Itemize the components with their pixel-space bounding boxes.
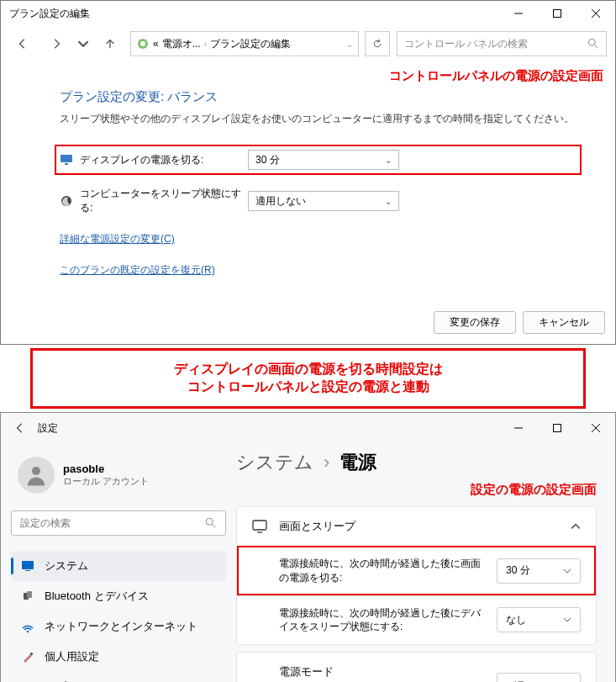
window-title: プラン設定の編集 xyxy=(9,7,499,21)
main-content: システム › 電源 設定の電源の設定画面 画面とスリープ 電源接続時に、次の時間… xyxy=(236,443,615,682)
svg-point-6 xyxy=(588,39,595,45)
sleep-row: コンピューターをスリープ状態にする: 適用しない ⌄ xyxy=(60,187,582,215)
page-heading: プラン設定の変更: バランス xyxy=(60,89,582,105)
forward-button[interactable] xyxy=(43,32,70,56)
back-button[interactable] xyxy=(9,32,36,56)
maximize-button[interactable] xyxy=(538,1,577,26)
sidebar-item-network[interactable]: ネットワークとインターネット xyxy=(11,611,226,642)
minimize-button[interactable] xyxy=(499,1,538,26)
svg-line-17 xyxy=(213,525,216,528)
titlebar: プラン設定の編集 xyxy=(1,1,615,26)
control-panel-window: プラン設定の編集 « 電源オ... › プラン設定の編集 ⌄ コントロール パネ… xyxy=(0,0,616,345)
screen-off-row: 電源接続時に、次の時間が経過した後に画面の電源を切る: 30 分 xyxy=(237,546,596,595)
cancel-button[interactable]: キャンセル xyxy=(523,311,605,334)
svg-point-15 xyxy=(32,467,40,475)
svg-rect-21 xyxy=(27,591,32,598)
personalize-icon xyxy=(21,650,34,663)
svg-point-16 xyxy=(206,518,213,525)
annotation-label: 設定の電源の設定画面 xyxy=(236,482,597,498)
svg-rect-19 xyxy=(25,570,30,571)
close-button[interactable] xyxy=(577,415,615,441)
titlebar: 設定 xyxy=(1,413,615,443)
device-sleep-select[interactable]: なし xyxy=(497,607,581,632)
sidebar-item-bluetooth[interactable]: Bluetooth とデバイス xyxy=(11,581,226,611)
svg-rect-1 xyxy=(554,10,561,18)
maximize-button[interactable] xyxy=(538,415,577,441)
avatar xyxy=(18,457,55,494)
chevron-down-icon xyxy=(563,616,571,624)
profile-name: pasoble xyxy=(63,463,149,475)
recent-button[interactable] xyxy=(76,32,90,56)
system-icon xyxy=(21,559,34,573)
chevron-down-icon: ⌄ xyxy=(385,156,392,165)
breadcrumb-item[interactable]: プラン設定の編集 xyxy=(210,37,291,51)
svg-rect-28 xyxy=(253,521,266,530)
address-bar[interactable]: « 電源オ... › プラン設定の編集 ⌄ xyxy=(130,31,359,56)
back-button[interactable] xyxy=(9,422,31,434)
screen-icon xyxy=(252,519,267,534)
page-description: スリープ状態やその他のディスプレイ設定をお使いのコンピューターに適用するまでの時… xyxy=(60,112,582,126)
restore-defaults-link[interactable]: このプランの既定の設定を復元(R) xyxy=(60,263,582,278)
breadcrumb-system[interactable]: システム xyxy=(236,450,313,475)
svg-rect-8 xyxy=(61,155,72,162)
display-off-select[interactable]: 30 分 ⌄ xyxy=(248,150,399,170)
power-plan-icon xyxy=(136,37,150,50)
power-mode-card: 電源モード 電力消費とパフォーマンスに基づいてデバイスを最適化 バランス xyxy=(236,652,597,682)
svg-rect-12 xyxy=(554,425,561,432)
settings-search-input[interactable]: 設定の検索 xyxy=(11,510,226,536)
advanced-settings-link[interactable]: 詳細な電源設定の変更(C) xyxy=(60,232,582,246)
navbar: « 電源オ... › プラン設定の編集 ⌄ コントロール パネルの検索 xyxy=(1,26,615,61)
page-title: システム › 電源 xyxy=(236,450,597,475)
sidebar-item-apps[interactable]: アプリ xyxy=(11,672,226,682)
annotation-box: ディスプレイの画面の電源を切る時間設定は コントロールパネルと設定の電源と連動 xyxy=(30,348,586,409)
card-header[interactable]: 画面とスリープ xyxy=(237,507,596,546)
network-icon xyxy=(21,620,34,633)
svg-rect-18 xyxy=(22,561,34,569)
chevron-down-icon[interactable]: ⌄ xyxy=(346,40,353,49)
svg-rect-9 xyxy=(65,163,68,165)
chevron-down-icon xyxy=(563,567,571,575)
search-icon xyxy=(205,517,217,529)
search-icon xyxy=(587,38,599,50)
display-off-row: ディスプレイの電源を切る: 30 分 ⌄ xyxy=(55,145,582,175)
window-title: 設定 xyxy=(38,421,499,436)
sidebar-item-personalize[interactable]: 個人用設定 xyxy=(11,642,226,672)
up-button[interactable] xyxy=(97,32,124,56)
screen-off-select[interactable]: 30 分 xyxy=(497,558,581,584)
sidebar: pasoble ローカル アカウント 設定の検索 システム Bluetooth … xyxy=(1,443,236,682)
sidebar-item-system[interactable]: システム xyxy=(11,551,226,581)
power-mode-icon xyxy=(252,678,267,682)
chevron-up-icon xyxy=(571,521,581,531)
chevron-down-icon: ⌄ xyxy=(385,197,392,206)
sleep-icon xyxy=(60,194,73,208)
annotation-label: コントロールパネルの電源の設定画面 xyxy=(1,61,615,86)
power-mode-row: 電源モード 電力消費とパフォーマンスに基づいてデバイスを最適化 バランス xyxy=(237,653,596,682)
profile-account: ローカル アカウント xyxy=(63,475,149,488)
breadcrumb-item[interactable]: 電源オ... xyxy=(162,37,201,51)
settings-window: 設定 pasoble ローカル アカウント 設定の検索 xyxy=(0,412,616,682)
save-button[interactable]: 変更の保存 xyxy=(434,311,516,334)
refresh-button[interactable] xyxy=(365,31,390,56)
svg-point-22 xyxy=(27,631,29,632)
minimize-button[interactable] xyxy=(499,415,538,441)
display-icon xyxy=(60,153,73,167)
close-button[interactable] xyxy=(577,1,615,26)
device-sleep-row: 電源接続時に、次の時間が経過した後にデバイスをスリープ状態にする: なし xyxy=(237,595,596,645)
search-input[interactable]: コントロール パネルの検索 xyxy=(397,31,607,56)
profile[interactable]: pasoble ローカル アカウント xyxy=(11,457,226,494)
svg-point-5 xyxy=(140,41,145,46)
sleep-select[interactable]: 適用しない ⌄ xyxy=(248,191,399,211)
power-mode-select[interactable]: バランス xyxy=(497,673,581,682)
bluetooth-icon xyxy=(21,589,34,603)
screen-sleep-card: 画面とスリープ 電源接続時に、次の時間が経過した後に画面の電源を切る: 30 分… xyxy=(236,506,597,645)
svg-line-7 xyxy=(595,45,598,49)
